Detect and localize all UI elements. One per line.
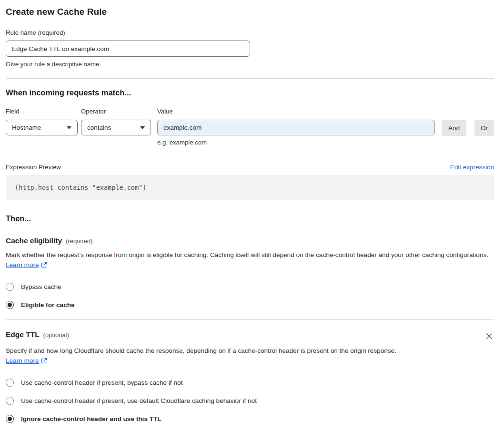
cache-eligibility-heading: Cache eligibility (6, 237, 62, 245)
value-column: Value e.g. example.com (157, 108, 435, 146)
close-button[interactable] (484, 331, 494, 341)
radio-option-use-header-default[interactable]: Use cache-control header if present, use… (6, 397, 494, 405)
field-select-value: Hostname (12, 124, 41, 131)
learn-more-label: Learn more (6, 357, 39, 364)
create-cache-rule-form: Create new Cache Rule Rule name (require… (0, 0, 504, 432)
cache-eligibility-heading-row: Cache eligibility (required) (6, 237, 494, 245)
chevron-down-icon (67, 126, 71, 129)
radio-option-label: Eligible for cache (21, 301, 75, 309)
radio-button-icon[interactable] (6, 415, 14, 423)
field-column: Field Hostname (6, 108, 78, 146)
radio-option-label: Use cache-control header if present, byp… (21, 379, 182, 386)
chevron-down-icon (140, 126, 145, 129)
radio-option-use-header-bypass[interactable]: Use cache-control header if present, byp… (6, 379, 494, 387)
expression-preview-row: Expression Preview Edit expression (6, 164, 494, 171)
divider (6, 78, 494, 79)
operator-select-value: contains (87, 124, 111, 131)
divider (6, 319, 494, 320)
then-heading: Then... (6, 214, 494, 223)
value-input[interactable] (157, 120, 435, 135)
optional-badge: (optional) (43, 331, 69, 339)
operator-label: Operator (81, 108, 151, 115)
close-icon (485, 334, 493, 341)
field-select[interactable]: Hostname (6, 120, 78, 135)
required-badge: (required) (66, 237, 92, 245)
field-label: Field (6, 108, 78, 115)
edit-expression-link[interactable]: Edit expression (450, 164, 494, 171)
radio-button-icon[interactable] (6, 397, 14, 405)
cache-eligibility-description: Mark whether the request’s response from… (6, 250, 494, 271)
edge-ttl-options: Use cache-control header if present, byp… (6, 379, 494, 423)
cache-eligibility-description-text: Mark whether the request’s response from… (6, 251, 488, 258)
value-label: Value (157, 108, 435, 115)
expression-code: (http.host contains "example.com") (6, 175, 494, 200)
external-link-icon (41, 261, 47, 271)
edge-ttl-description: Specify if and how long Cloudflare shoul… (6, 346, 405, 367)
match-heading: When incoming requests match... (6, 88, 494, 97)
radio-option-bypass-cache[interactable]: Bypass cache (6, 283, 494, 291)
expression-builder-row: Field Hostname Operator contains Value e… (6, 108, 494, 146)
value-help: e.g. example.com (157, 139, 435, 146)
expression-preview-label: Expression Preview (6, 164, 61, 171)
edge-ttl-description-text: Specify if and how long Cloudflare shoul… (6, 347, 396, 354)
operator-column: Operator contains (81, 108, 151, 146)
learn-more-label: Learn more (6, 261, 39, 268)
connective-buttons: And Or (442, 108, 494, 146)
learn-more-link[interactable]: Learn more (6, 357, 47, 364)
rule-name-help: Give your rule a descriptive name. (6, 61, 494, 68)
cache-eligibility-options: Bypass cache Eligible for cache (6, 283, 494, 309)
operator-select[interactable]: contains (81, 120, 151, 135)
radio-option-ignore-header-use-ttl[interactable]: Ignore cache-control header and use this… (6, 415, 494, 423)
page-title: Create new Cache Rule (6, 7, 494, 17)
radio-option-eligible-for-cache[interactable]: Eligible for cache (6, 301, 494, 309)
radio-option-label: Bypass cache (21, 283, 61, 290)
learn-more-link[interactable]: Learn more (6, 261, 47, 268)
radio-button-icon[interactable] (6, 301, 14, 309)
external-link-icon (41, 357, 47, 367)
radio-button-icon[interactable] (6, 283, 14, 291)
cache-eligibility-heading-group: Cache eligibility (required) (6, 237, 92, 245)
rule-name-input[interactable] (6, 41, 250, 57)
edge-ttl-heading-row: Edge TTL (optional) (6, 330, 494, 341)
radio-button-icon[interactable] (6, 379, 14, 387)
radio-option-label: Ignore cache-control header and use this… (21, 415, 161, 422)
edge-ttl-heading-group: Edge TTL (optional) (6, 330, 69, 339)
or-button[interactable]: Or (474, 120, 494, 136)
radio-option-label: Use cache-control header if present, use… (21, 397, 257, 404)
and-button[interactable]: And (442, 120, 466, 136)
edge-ttl-heading: Edge TTL (6, 330, 40, 339)
rule-name-label: Rule name (required) (6, 29, 494, 36)
